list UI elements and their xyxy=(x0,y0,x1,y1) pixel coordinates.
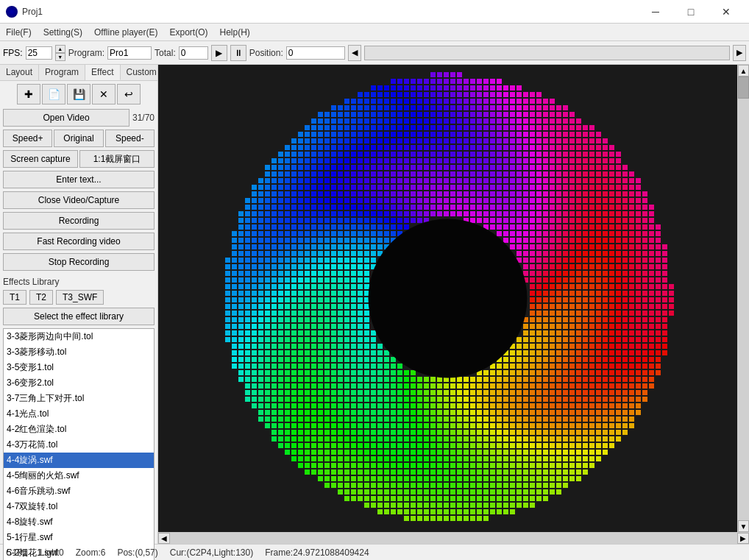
nav-prev[interactable]: ◀ xyxy=(348,45,361,61)
effects-section: Effects Library T1 T2 T3_SWF Select the … xyxy=(0,274,157,560)
led-display xyxy=(158,65,737,532)
fast-recording-button[interactable]: Fast Recording video xyxy=(3,233,155,250)
nav-next[interactable]: ▶ xyxy=(733,45,746,61)
effect-item[interactable]: 3-3菱形移动.tol xyxy=(4,344,154,360)
open-video-row: Open Video 31/70 xyxy=(3,109,155,127)
position-input[interactable] xyxy=(286,46,345,60)
total-input[interactable] xyxy=(179,46,208,60)
canvas-column: ▲ ▼ ◀ ▶ xyxy=(158,65,749,544)
save-icon-btn[interactable]: 💾 xyxy=(67,84,90,104)
scroll-up-button[interactable]: ▲ xyxy=(738,65,749,77)
recording-button[interactable]: Recording xyxy=(3,212,155,230)
tab-program[interactable]: Program xyxy=(39,65,85,80)
enter-text-button[interactable]: Enter text... xyxy=(3,171,155,188)
tab-layout[interactable]: Layout xyxy=(0,65,39,80)
effect-item[interactable]: 3-3菱形两边向中间.tol xyxy=(4,329,154,344)
status-light: Light0 xyxy=(40,547,64,558)
add-icon-btn[interactable]: ✚ xyxy=(17,84,40,104)
effect-item[interactable]: 3-7三角上下对开.tol xyxy=(4,391,154,406)
scroll-right-button[interactable]: ▶ xyxy=(737,533,749,544)
tab-custom[interactable]: Custom xyxy=(121,65,163,80)
main-area: Layout Program Effect Custom ◀ ▶ ✚ 📄 💾 ✕… xyxy=(0,65,749,544)
screen-capture-button[interactable]: Screen capture xyxy=(3,150,78,168)
fps-up[interactable]: ▲ xyxy=(55,45,65,53)
effects-title: Effects Library xyxy=(3,277,155,287)
effects-list[interactable]: 3-3菱形两边向中间.tol3-3菱形移动.tol3-5变形1.tol3-6变形… xyxy=(3,328,155,560)
fps-input[interactable] xyxy=(26,46,52,60)
bottom-scrollbar[interactable]: ◀ ▶ xyxy=(158,532,749,544)
speed-minus-button[interactable]: Speed- xyxy=(105,130,155,147)
right-scrollbar[interactable]: ▲ ▼ xyxy=(737,65,749,532)
fps-down[interactable]: ▼ xyxy=(55,53,65,61)
open-video-button[interactable]: Open Video xyxy=(3,109,129,127)
program-label: Program: xyxy=(68,48,104,58)
status-pos: Pos:(0,57) xyxy=(117,547,157,558)
toolbar: FPS: ▲ ▼ Program: Total: ▶ ⏸ Position: ◀… xyxy=(0,41,749,65)
menu-file[interactable]: File(F) xyxy=(0,26,38,39)
scroll-left-button[interactable]: ◀ xyxy=(158,533,170,544)
effect-item[interactable]: 4-7双旋转.tol xyxy=(4,499,154,514)
tab-effect[interactable]: Effect xyxy=(85,65,120,80)
icon-row: ✚ 📄 💾 ✕ ↩ xyxy=(3,84,155,104)
eff-tab-t1[interactable]: T1 xyxy=(3,290,26,305)
window-controls: ─ □ ✕ xyxy=(639,0,743,24)
speed-row: Speed+ Original Speed- xyxy=(3,130,155,147)
menu-help[interactable]: Help(H) xyxy=(214,26,256,39)
undo-icon-btn[interactable]: ↩ xyxy=(117,84,141,104)
fps-spinner: ▲ ▼ xyxy=(55,45,65,61)
title-text: Proj1 xyxy=(22,7,639,17)
canvas-row: ▲ ▼ xyxy=(158,65,749,532)
program-input[interactable] xyxy=(107,46,152,60)
eff-tab-t3[interactable]: T3_SWF xyxy=(56,290,104,305)
position-label: Position: xyxy=(249,48,283,58)
capture-row: Screen capture 1:1截屏窗口 xyxy=(3,150,155,168)
title-bar: Proj1 ─ □ ✕ xyxy=(0,0,749,24)
effect-item[interactable]: 4-2红色渲染.tol xyxy=(4,422,154,437)
close-video-button[interactable]: Close Video/Capture xyxy=(3,191,155,209)
fps-label: FPS: xyxy=(3,48,23,58)
status-c1p1: C1P1 xyxy=(6,547,28,558)
menu-bar: File(F) Setting(S) Offline player(E) Exp… xyxy=(0,24,749,41)
effect-item[interactable]: 4-6音乐跳动.swf xyxy=(4,483,154,499)
minimize-button[interactable]: ─ xyxy=(639,0,672,24)
stop-recording-button[interactable]: Stop Recording xyxy=(3,253,155,271)
menu-export[interactable]: Export(O) xyxy=(164,26,214,39)
maximize-button[interactable]: □ xyxy=(674,0,708,24)
select-library-button[interactable]: Select the effect library xyxy=(3,308,155,325)
scroll-down-button[interactable]: ▼ xyxy=(738,520,749,532)
copy-icon-btn[interactable]: 📄 xyxy=(42,84,65,104)
menu-offline[interactable]: Offline player(E) xyxy=(88,26,163,39)
video-count: 31/70 xyxy=(132,113,155,123)
ratio-button[interactable]: 1:1截屏窗口 xyxy=(79,150,155,168)
scroll-thumb[interactable] xyxy=(738,77,749,99)
original-button[interactable]: Original xyxy=(54,130,103,147)
status-zoom: Zoom:6 xyxy=(76,547,106,558)
position-track[interactable] xyxy=(364,46,730,60)
play-button[interactable]: ▶ xyxy=(211,45,227,61)
effect-item[interactable]: 3-5变形1.tol xyxy=(4,360,154,375)
menu-setting[interactable]: Setting(S) xyxy=(38,26,88,39)
total-label: Total: xyxy=(155,48,176,58)
h-scroll-track[interactable] xyxy=(170,533,737,544)
tab-bar: Layout Program Effect Custom ◀ ▶ xyxy=(0,65,157,81)
effect-item[interactable]: 4-4旋涡.swf xyxy=(4,453,154,468)
status-cur: Cur:(C2P4,Light:130) xyxy=(170,547,253,558)
speed-plus-button[interactable]: Speed+ xyxy=(3,130,52,147)
effect-item[interactable]: 4-1光点.tol xyxy=(4,406,154,422)
scroll-track[interactable] xyxy=(738,77,749,520)
app-icon xyxy=(6,6,18,18)
delete-icon-btn[interactable]: ✕ xyxy=(92,84,116,104)
effect-item[interactable]: 4-3万花筒.tol xyxy=(4,437,154,453)
controls-panel: ✚ 📄 💾 ✕ ↩ Open Video 31/70 Speed+ Origin… xyxy=(0,81,157,274)
effect-item[interactable]: 4-8旋转.swf xyxy=(4,514,154,530)
effect-item[interactable]: 3-6变形2.tol xyxy=(4,375,154,391)
close-button[interactable]: ✕ xyxy=(709,0,743,24)
canvas-area[interactable] xyxy=(158,65,737,532)
effect-item[interactable]: 5-1行星.swf xyxy=(4,530,154,545)
left-panel: Layout Program Effect Custom ◀ ▶ ✚ 📄 💾 ✕… xyxy=(0,65,158,544)
pause-button[interactable]: ⏸ xyxy=(230,45,246,61)
status-frame: Frame:24.9721088409424 xyxy=(265,547,369,558)
effects-tabs: T1 T2 T3_SWF xyxy=(3,290,155,305)
eff-tab-t2[interactable]: T2 xyxy=(29,290,53,305)
effect-item[interactable]: 4-5绚丽的火焰.swf xyxy=(4,468,154,483)
